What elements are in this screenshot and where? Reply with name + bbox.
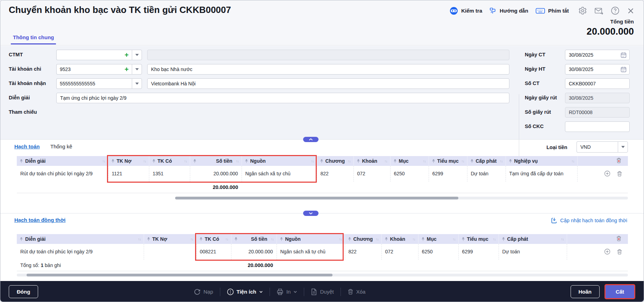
cell-dien-giai[interactable]: Rút dự toán chi phúc lợi ngày 2/9 — [17, 244, 144, 260]
scrollbar-thumb[interactable] — [175, 197, 458, 199]
calendar-icon[interactable] — [621, 52, 627, 58]
cell-dien-giai[interactable]: Rút dự toán chi phúc lợi ngày 2/9 — [17, 166, 108, 182]
sort-icon[interactable]: ↑↓ — [143, 159, 146, 163]
add-row-icon[interactable] — [604, 170, 610, 177]
tai-khoan-chi-input[interactable]: 9523 + — [56, 64, 132, 75]
dien-giai-input[interactable] — [56, 93, 509, 103]
col-dien-giai[interactable]: Diễn giải↑↓ — [17, 234, 144, 244]
sort-icon[interactable]: ↑↓ — [500, 159, 503, 163]
col-delete[interactable] — [577, 156, 628, 166]
col-cap-phat[interactable]: Cấp phát↑↓ — [499, 234, 567, 244]
tai-khoan-nhan-name-input[interactable] — [147, 78, 509, 89]
col-tieu-muc[interactable]: Tiểu mục↑↓ — [458, 234, 499, 244]
tab-thong-ke[interactable]: Thống kê — [50, 143, 72, 149]
cell-tk-no[interactable] — [144, 244, 196, 260]
tai-khoan-chi-name-input[interactable] — [147, 64, 509, 75]
cell-muc[interactable]: 6250 — [418, 244, 458, 260]
sort-icon[interactable]: ↑↓ — [311, 159, 314, 163]
ngay-ct-input[interactable] — [565, 50, 630, 60]
cell-so-tien[interactable]: 20.000.000 — [190, 166, 242, 182]
col-muc[interactable]: Mục↑↓ — [390, 156, 429, 166]
close-button[interactable]: Đóng — [9, 285, 38, 298]
col-tk-co[interactable]: TK Có↑↓ — [149, 156, 190, 166]
gear-icon[interactable] — [578, 6, 587, 15]
shortcut-button[interactable]: Phím tắt — [536, 7, 569, 14]
col-khoan[interactable]: Khoản↑↓ — [353, 156, 390, 166]
cell-so-tien[interactable]: 20.000.000 — [231, 244, 277, 260]
print-button[interactable]: In — [277, 288, 298, 295]
cell-tk-no[interactable]: 1121 — [108, 166, 149, 182]
collapse-down-button[interactable] — [303, 211, 319, 216]
so-ct-input[interactable] — [565, 78, 630, 89]
update-simultaneous-link[interactable]: Cập nhật hạch toán đồng thời — [551, 217, 627, 224]
delete-all-icon[interactable] — [616, 236, 622, 241]
delete-row-icon[interactable] — [617, 249, 622, 255]
cell-khoan[interactable]: 072 — [353, 166, 390, 182]
sort-icon[interactable]: ↑↓ — [376, 237, 379, 241]
cell-tieu-muc[interactable]: 6299 — [458, 244, 499, 260]
col-so-tien[interactable]: Số tiền↑↓ — [190, 156, 242, 166]
tab-hach-toan[interactable]: Hạch toán — [14, 143, 40, 149]
col-tk-no[interactable]: TK Nợ↑↓ — [144, 234, 196, 244]
utilities-button[interactable]: Tiện ích — [227, 288, 263, 295]
sort-icon[interactable]: ↑↓ — [348, 159, 351, 163]
collapse-up-button[interactable] — [303, 137, 319, 142]
cell-chuong[interactable]: 822 — [345, 244, 381, 260]
sort-icon[interactable]: ↑↓ — [493, 237, 496, 241]
tab-thong-tin-chung[interactable]: Thông tin chung — [11, 34, 56, 44]
sort-icon[interactable]: ↑↓ — [191, 237, 193, 241]
col-muc[interactable]: Mục↑↓ — [418, 234, 458, 244]
sort-icon[interactable]: ↑↓ — [413, 237, 415, 241]
close-icon[interactable] — [627, 7, 635, 15]
approve-button[interactable]: Duyệt — [311, 288, 334, 295]
sort-icon[interactable]: ↑↓ — [561, 237, 564, 241]
col-chuong[interactable]: Chương↑↓ — [317, 156, 353, 166]
ctmt-dropdown-button[interactable] — [132, 50, 142, 60]
cell-nguon[interactable]: Ngân sách xã tự chủ — [277, 244, 345, 260]
col-chuong[interactable]: Chương↑↓ — [345, 234, 381, 244]
col-dien-giai[interactable]: Diễn giải↑↓ — [17, 156, 108, 166]
help-icon[interactable] — [611, 6, 620, 15]
cell-tieu-muc[interactable]: 6299 — [429, 166, 467, 182]
cell-nghiep-vu[interactable]: Tạm ứng đã cấp dự toán — [506, 166, 577, 182]
currency-select[interactable]: VND — [577, 141, 628, 153]
reload-button[interactable]: Nạp — [194, 288, 213, 295]
check-button[interactable]: Kiểm tra — [450, 7, 482, 15]
cell-tk-co[interactable]: 008221 — [196, 244, 231, 260]
tai-khoan-chi-add-icon[interactable]: + — [124, 66, 129, 73]
col-tieu-muc[interactable]: Tiểu mục↑↓ — [429, 156, 467, 166]
accounting-row[interactable]: Rút dự toán chi phúc lợi ngày 2/9 1121 1… — [17, 166, 628, 182]
tai-khoan-chi-dropdown-button[interactable] — [132, 64, 142, 75]
col-delete[interactable] — [567, 234, 628, 244]
ctmt-add-icon[interactable]: + — [124, 51, 129, 58]
cell-tk-co[interactable]: 1351 — [149, 166, 190, 182]
sort-icon[interactable]: ↑↓ — [102, 159, 105, 163]
simultaneous-row[interactable]: Rút dự toán chi phúc lợi ngày 2/9 008221… — [17, 244, 628, 260]
delete-button[interactable]: Xóa — [348, 288, 366, 295]
cell-muc[interactable]: 6250 — [390, 166, 429, 182]
cell-nguon[interactable]: Ngân sách xã tự chủ — [242, 166, 317, 182]
sort-icon[interactable]: ↑↓ — [226, 237, 228, 241]
sort-icon[interactable]: ↑↓ — [138, 237, 141, 241]
tab-hach-toan-dong-thoi[interactable]: Hạch toán đồng thời — [14, 217, 65, 223]
cell-khoan[interactable]: 072 — [381, 244, 418, 260]
ctmt-input[interactable]: + — [56, 50, 132, 60]
scrollbar-thumb[interactable] — [27, 274, 332, 276]
mail-send-icon[interactable] — [594, 7, 603, 15]
col-cap-phat[interactable]: Cấp phát↑↓ — [467, 156, 506, 166]
sort-icon[interactable]: ↑↓ — [461, 159, 464, 163]
add-row-icon[interactable] — [604, 248, 610, 255]
sort-icon[interactable]: ↑↓ — [423, 159, 426, 163]
guide-button[interactable]: Hướng dẫn — [489, 7, 528, 14]
calendar-icon[interactable] — [621, 66, 627, 72]
sort-icon[interactable]: ↑↓ — [453, 237, 456, 241]
ngay-ht-input[interactable] — [565, 64, 630, 75]
postpone-button[interactable]: Hoãn — [571, 285, 600, 298]
so-ckc-input[interactable] — [565, 121, 630, 132]
col-so-tien[interactable]: Số tiền↑↓ — [231, 234, 277, 244]
simultaneous-hscrollbar[interactable] — [17, 274, 628, 276]
sort-icon[interactable]: ↑↓ — [271, 237, 274, 241]
sort-icon[interactable]: ↑↓ — [184, 159, 187, 163]
col-tk-no[interactable]: TK Nợ↑↓ — [108, 156, 149, 166]
cell-cap-phat[interactable]: Dự toán — [499, 244, 567, 260]
